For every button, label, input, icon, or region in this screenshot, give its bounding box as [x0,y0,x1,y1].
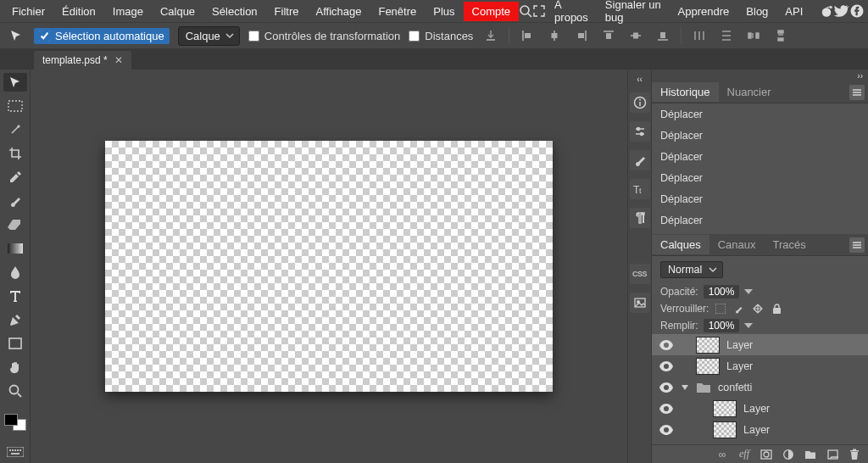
history-item[interactable]: Déplacer [652,125,868,146]
css-panel-icon[interactable]: CSS [630,264,650,284]
eyedropper-tool[interactable] [3,168,27,187]
layer-row[interactable]: Layer [652,398,868,419]
crop-tool[interactable] [3,144,27,163]
twitter-icon[interactable] [834,2,849,20]
eraser-tool[interactable] [3,215,27,234]
distribute-h-icon[interactable] [690,26,709,45]
gradient-tool[interactable] [3,239,27,258]
tab-layers[interactable]: Calques [652,235,709,254]
layer-thumbnail[interactable] [696,337,720,354]
visibility-icon[interactable] [659,382,674,393]
collapse-panels-icon[interactable]: ›› [857,71,863,81]
history-item[interactable]: Déplacer [652,167,868,188]
foreground-color-swatch[interactable] [4,414,18,426]
menu-about[interactable]: À propos [546,0,597,27]
character-panel-icon[interactable]: Tt [630,179,650,199]
distribute-spacing-h-icon[interactable] [744,26,763,45]
adjustment-layer-icon[interactable] [782,448,795,461]
history-item[interactable]: Déplacer [652,209,868,231]
history-panel-menu-icon[interactable] [849,85,865,100]
menu-api[interactable]: API [776,2,811,21]
fill-slider-icon[interactable] [744,323,753,328]
menu-filter[interactable]: Filtre [266,2,308,21]
brush-panel-icon[interactable] [630,150,650,170]
hand-tool[interactable] [3,358,27,377]
visibility-icon[interactable] [659,425,674,435]
menu-layer[interactable]: Calque [152,2,203,21]
marquee-tool[interactable] [3,97,27,115]
layer-name[interactable]: Layer [743,424,770,436]
collapse-strip-icon[interactable]: ‹‹ [637,75,643,84]
visibility-icon[interactable] [659,340,674,350]
align-bottom-icon[interactable] [654,26,672,45]
layer-name[interactable]: Layer [743,403,770,415]
transform-controls-checkbox[interactable]: Contrôles de transformation [248,30,400,42]
menu-blog[interactable]: Blog [737,2,776,21]
color-swatch[interactable] [4,414,26,431]
new-group-icon[interactable] [804,448,817,461]
layer-row[interactable]: Layer [652,334,868,355]
menu-edit[interactable]: Édition [53,2,104,21]
history-item[interactable]: Déplacer [652,103,868,125]
search-icon[interactable] [519,2,532,20]
lock-pixels-icon[interactable] [714,302,727,315]
align-center-v-icon[interactable] [626,26,645,45]
opacity-slider-icon[interactable] [744,289,753,294]
blend-mode-dropdown[interactable]: Normal [660,261,723,278]
history-item[interactable]: Déplacer [652,188,868,209]
canvas-area[interactable] [31,70,627,463]
menu-file[interactable]: Fichier [3,2,53,21]
layer-row[interactable]: Layer [652,355,868,377]
artboard[interactable] [105,141,553,392]
history-item[interactable]: Déplacer [652,146,868,167]
layer-thumbnail[interactable] [713,421,737,438]
layer-thumbnail[interactable] [696,358,720,375]
distribute-spacing-v-icon[interactable] [771,26,790,45]
fullscreen-icon[interactable] [532,2,546,20]
close-tab-icon[interactable]: ✕ [114,54,123,66]
zoom-tool[interactable] [3,382,27,400]
pen-tool[interactable] [3,310,27,329]
lock-paint-icon[interactable] [732,302,746,315]
new-layer-icon[interactable] [826,448,839,461]
layers-panel-menu-icon[interactable] [849,237,865,253]
download-icon[interactable] [481,26,500,45]
menu-image[interactable]: Image [104,2,152,21]
align-top-icon[interactable] [599,26,618,45]
menu-bug[interactable]: Signaler un bug [597,0,670,27]
tab-paths[interactable]: Tracés [765,235,815,254]
brush-tool[interactable] [3,192,27,210]
blur-tool[interactable] [3,263,27,282]
menu-select[interactable]: Sélection [203,2,265,21]
lock-all-icon[interactable] [770,302,783,315]
layer-row[interactable]: Layer [652,419,868,440]
visibility-icon[interactable] [659,404,674,414]
menu-account[interactable]: Compte [464,2,520,21]
info-panel-icon[interactable] [630,92,650,113]
wand-tool[interactable] [3,120,27,139]
document-tab[interactable]: template.psd * ✕ [34,51,131,70]
layer-group-name[interactable]: confetti [718,382,752,393]
tab-channels[interactable]: Canaux [709,235,765,254]
link-layers-icon[interactable]: ∞ [715,448,729,461]
align-right-icon[interactable] [572,26,591,45]
opacity-input[interactable]: 100% [704,285,740,298]
distribute-v-icon[interactable] [717,26,736,45]
add-mask-icon[interactable] [760,448,773,461]
delete-layer-icon[interactable] [848,448,861,461]
group-toggle-icon[interactable] [681,384,689,391]
distances-checkbox[interactable]: Distances [409,30,473,42]
fill-input[interactable]: 100% [704,319,740,332]
auto-select-checkbox[interactable]: Sélection automatique [34,28,170,44]
align-center-h-icon[interactable] [545,26,564,45]
type-tool[interactable] [3,287,27,305]
layer-fx-icon[interactable]: eff [737,448,751,461]
shape-tool[interactable] [3,334,27,353]
paragraph-panel-icon[interactable] [630,208,650,228]
layer-name[interactable]: Layer [726,360,753,372]
menu-more[interactable]: Plus [425,2,463,21]
facebook-icon[interactable] [849,2,865,20]
keyboard-icon[interactable] [3,443,27,461]
menu-learn[interactable]: Apprendre [670,2,738,21]
reddit-icon[interactable] [819,2,834,20]
